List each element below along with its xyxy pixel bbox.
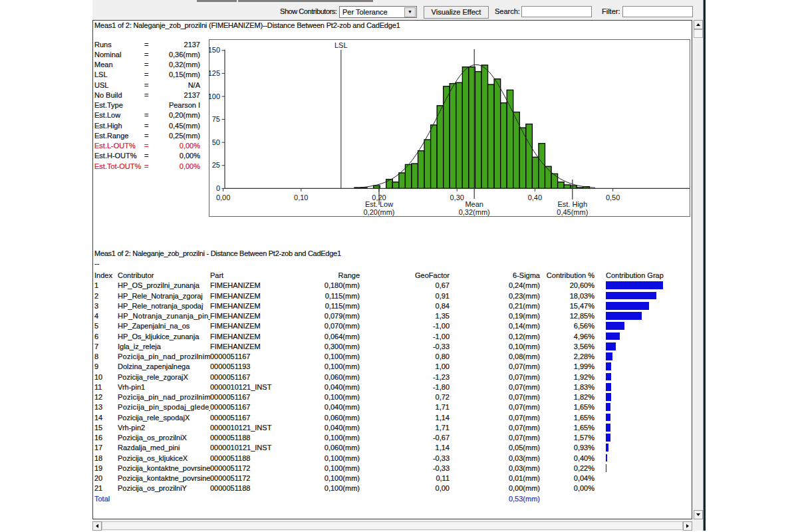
svg-text:LSL: LSL xyxy=(334,41,348,49)
svg-text:125: 125 xyxy=(209,69,220,77)
svg-text:0: 0 xyxy=(216,184,220,192)
svg-text:100: 100 xyxy=(209,92,220,100)
svg-text:0,32(mm): 0,32(mm) xyxy=(459,208,490,216)
svg-text:50: 50 xyxy=(212,138,220,146)
svg-text:25: 25 xyxy=(212,161,220,169)
svg-text:0,00: 0,00 xyxy=(216,194,230,201)
svg-text:0,10: 0,10 xyxy=(294,194,308,201)
svg-text:0,50: 0,50 xyxy=(606,194,620,201)
svg-text:75: 75 xyxy=(212,115,220,123)
svg-text:0,20(mm): 0,20(mm) xyxy=(363,208,394,216)
svg-text:Est. High: Est. High xyxy=(557,200,587,208)
svg-text:Est. Low: Est. Low xyxy=(365,200,393,208)
svg-text:0,40: 0,40 xyxy=(528,194,542,201)
svg-text:0,45(mm): 0,45(mm) xyxy=(557,208,588,216)
svg-text:Mean: Mean xyxy=(465,200,483,208)
svg-text:150: 150 xyxy=(209,46,220,54)
svg-text:0,30: 0,30 xyxy=(450,194,464,201)
